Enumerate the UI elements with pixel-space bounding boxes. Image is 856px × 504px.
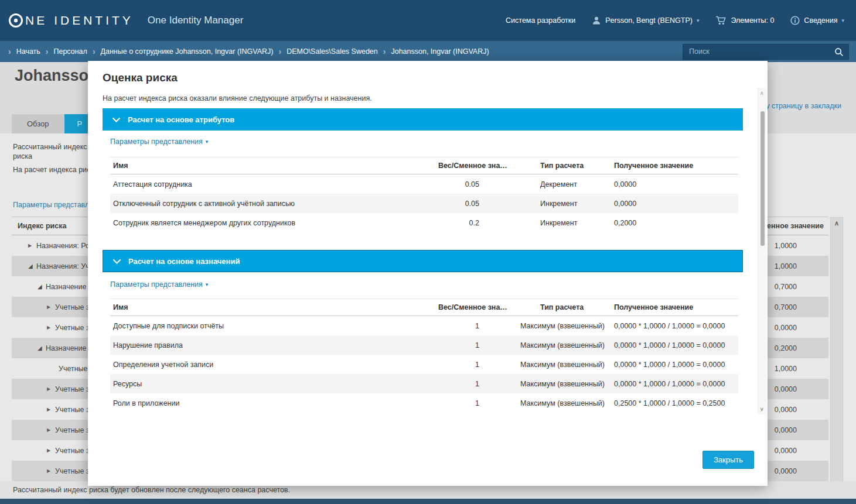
column-name: Имя	[110, 303, 438, 311]
table-row: Доступные для подписки отчёты 1 Максимум…	[110, 316, 738, 335]
cell-result: 0,0000 * 1,0000 / 1,0000 = 0,0000	[614, 341, 738, 349]
section-title: Расчет на основе атрибутов	[128, 115, 234, 124]
cell-result: 0,2000	[614, 219, 738, 227]
close-button[interactable]: Закрыть	[702, 451, 754, 469]
column-result: Полученное значение	[614, 162, 738, 170]
table-row: Нарушение правила 1 Максимум (взвешенный…	[110, 335, 738, 355]
header-menus: Система разработки Persson, Bengt (BENGT…	[506, 16, 844, 25]
logo-text-ne: NE	[25, 13, 47, 28]
cell-result: 0,2500 * 1,0000 / 1,0000 = 0,2500	[614, 399, 738, 407]
table-row: Аттестация сотрудника 0.05 Декремент 0,0…	[110, 174, 738, 194]
scroll-up-icon[interactable]: ∧	[760, 90, 764, 96]
breadcrumb-item-current[interactable]: Johansson, Ingvar (INGVARJ)	[391, 47, 489, 56]
cell-calc-type: Максимум (взвешенный)	[507, 322, 614, 330]
environment-label: Система разработки	[506, 16, 575, 25]
table-header-row: Имя Вес/Сменное зна… Тип расчета Получен…	[110, 299, 738, 316]
chevron-right-icon: ›	[8, 47, 11, 56]
cell-weight: 0.05	[438, 200, 507, 208]
one-identity-manager-app: NE IDENTITY One Identity Manager Система…	[0, 0, 856, 504]
cell-result: 0,0000 * 1,0000 / 1,0000 = 0,0000	[614, 380, 738, 388]
search-icon[interactable]	[834, 47, 844, 59]
cell-weight: 1	[438, 399, 507, 407]
table-row: Определения учетной записи 1 Максимум (в…	[110, 355, 738, 374]
dialog-subtitle: На расчет индекса риска оказали влияние …	[103, 94, 372, 102]
cell-name: Ресурсы	[110, 380, 438, 388]
logo-text-identity: IDENTITY	[54, 13, 134, 28]
info-label: Сведения	[804, 16, 837, 25]
breadcrumb: › Начать › Персонал › Данные о сотрудник…	[0, 41, 856, 62]
cart-count-label: Элементы: 0	[731, 16, 774, 25]
table-row: Отключенный сотрудник с активной учётной…	[110, 194, 738, 213]
chevron-right-icon: ›	[383, 47, 386, 56]
cell-weight: 0.05	[438, 180, 507, 188]
cell-result: 0,0000 * 1,0000 / 1,0000 = 0,0000	[614, 361, 738, 369]
dialog-title: Оценка риска	[103, 71, 178, 84]
display-options-label: Параметры представления	[110, 280, 203, 289]
cell-result: 0,0000 * 1,0000 / 1,0000 = 0,0000	[614, 322, 738, 330]
cell-weight: 1	[438, 341, 507, 349]
chevron-right-icon: ›	[46, 47, 49, 56]
breadcrumb-item-department[interactable]: DEMO\Sales\Sales Sweden	[287, 47, 378, 56]
column-result: Полученное значение	[614, 303, 738, 311]
user-icon	[592, 16, 601, 25]
breadcrumb-item-start[interactable]: Начать	[16, 47, 40, 56]
one-identity-logo: NE IDENTITY	[8, 13, 134, 28]
cell-weight: 0.2	[438, 219, 507, 227]
cell-calc-type: Инкремент	[507, 200, 614, 208]
app-title: One Identity Manager	[148, 15, 243, 26]
chevron-right-icon: ›	[93, 47, 96, 56]
table-row: Роли в приложении 1 Максимум (взвешенный…	[110, 393, 738, 413]
dialog-scrollbar[interactable]: ∧ ∨	[758, 88, 766, 414]
column-calc-type: Тип расчета	[507, 303, 614, 311]
scrollbar-thumb[interactable]	[760, 111, 765, 246]
info-menu[interactable]: Сведения ▾	[790, 16, 844, 25]
cell-calc-type: Максимум (взвешенный)	[507, 361, 614, 369]
chevron-right-icon: ›	[278, 47, 281, 56]
table-row: Ресурсы 1 Максимум (взвешенный) 0,0000 *…	[110, 374, 738, 393]
table-header-row: Имя Вес/Сменное зна… Тип расчета Получен…	[110, 157, 738, 174]
cell-weight: 1	[438, 361, 507, 369]
scroll-down-icon[interactable]: ∨	[760, 406, 764, 412]
search-box	[683, 44, 849, 60]
cell-name: Сотрудник является менеджером других сот…	[110, 219, 438, 227]
user-menu[interactable]: Persson, Bengt (BENGTP) ▾	[592, 16, 699, 25]
chevron-down-icon: ▾	[697, 18, 700, 23]
cell-name: Роли в приложении	[110, 399, 438, 407]
info-icon	[790, 16, 800, 25]
cell-calc-type: Декремент	[507, 180, 614, 188]
chevron-down-icon	[112, 117, 121, 122]
column-weight: Вес/Сменное зна…	[438, 303, 507, 311]
chevron-down-icon: ▾	[206, 282, 209, 287]
column-calc-type: Тип расчета	[507, 162, 614, 170]
chevron-down-icon: ▾	[841, 18, 844, 23]
cell-name: Определения учетной записи	[110, 361, 438, 369]
cell-name: Отключенный сотрудник с активной учётной…	[110, 200, 438, 208]
assignment-calculation-table: Имя Вес/Сменное зна… Тип расчета Получен…	[110, 299, 738, 413]
cell-calc-type: Инкремент	[507, 219, 614, 227]
cart-menu[interactable]: Элементы: 0	[715, 16, 774, 25]
user-name-label: Persson, Bengt (BENGTP)	[605, 16, 693, 25]
cart-icon	[715, 16, 727, 25]
cell-calc-type: Максимум (взвешенный)	[507, 341, 614, 349]
display-options-label: Параметры представления	[110, 138, 203, 146]
cell-weight: 1	[438, 322, 507, 330]
cell-name: Аттестация сотрудника	[110, 180, 438, 188]
table-row: Сотрудник является менеджером других сот…	[110, 213, 738, 232]
cell-result: 0,0000	[614, 200, 738, 208]
display-options-link[interactable]: Параметры представления ▾	[110, 138, 208, 146]
cell-calc-type: Максимум (взвешенный)	[507, 380, 614, 388]
section-assignment-calculation[interactable]: Расчет на основе назначений	[103, 250, 743, 272]
breadcrumb-item-personnel[interactable]: Персонал	[53, 47, 87, 56]
search-input[interactable]	[683, 44, 849, 60]
breadcrumb-item-employee-data[interactable]: Данные о сотруднике Johansson, Ingvar (I…	[101, 47, 274, 56]
cell-name: Нарушение правила	[110, 341, 438, 349]
display-options-link[interactable]: Параметры представления ▾	[110, 280, 208, 289]
section-attribute-calculation[interactable]: Расчет на основе атрибутов	[103, 108, 743, 131]
attribute-calculation-table: Имя Вес/Сменное зна… Тип расчета Получен…	[110, 157, 738, 232]
logo-o-icon	[8, 13, 23, 28]
column-name: Имя	[110, 162, 438, 170]
column-weight: Вес/Сменное зна…	[438, 162, 507, 170]
risk-assessment-dialog: Оценка риска На расчет индекса риска ока…	[88, 61, 768, 486]
cell-weight: 1	[438, 380, 507, 388]
chevron-down-icon: ▾	[206, 139, 209, 145]
